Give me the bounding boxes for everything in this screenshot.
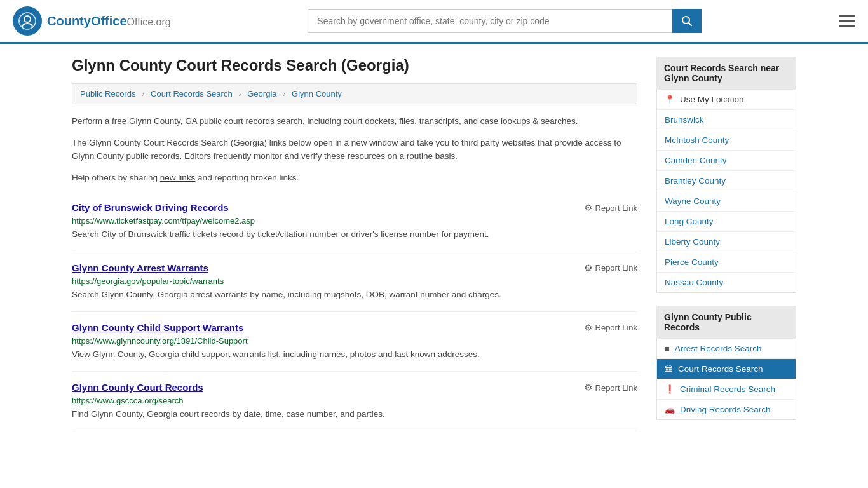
result-url: https://www.glynncounty.org/1891/Child-S… <box>72 336 637 346</box>
result-desc: Find Glynn County, Georgia court records… <box>72 408 637 421</box>
content-area: Glynn County Court Records Search (Georg… <box>72 57 637 433</box>
result-url: https://www.ticketfastpay.com/tfpay/welc… <box>72 216 637 226</box>
result-header: Glynn County Arrest Warrants ⚙ Report Li… <box>72 262 637 274</box>
breadcrumb-link-court-records[interactable]: Court Records Search <box>151 89 233 98</box>
list-item: Liberty County <box>657 232 796 252</box>
result-item: Glynn County Arrest Warrants ⚙ Report Li… <box>72 252 637 312</box>
result-desc: Search City of Brunswick traffic tickets… <box>72 228 637 241</box>
list-item: ■ Arrest Records Search <box>657 339 796 359</box>
result-url: https://georgia.gov/popular-topic/warran… <box>72 276 637 286</box>
report-link-button[interactable]: ⚙ Report Link <box>584 322 637 334</box>
list-item: 🚗 Driving Records Search <box>657 400 796 419</box>
list-item: Wayne County <box>657 191 796 212</box>
sidebar-item-brantley-county[interactable]: Brantley County <box>657 171 796 191</box>
pin-icon: 📍 <box>665 95 675 104</box>
driving-records-icon: 🚗 <box>665 405 675 414</box>
result-item: Glynn County Child Support Warrants ⚙ Re… <box>72 312 637 372</box>
search-icon <box>681 15 693 27</box>
list-item: 📍 Use My Location <box>657 90 796 110</box>
sidebar-item-arrest-records[interactable]: ■ Arrest Records Search <box>657 339 796 358</box>
logo-icon <box>13 6 42 36</box>
result-title[interactable]: Glynn County Child Support Warrants <box>72 322 243 333</box>
criminal-records-icon: ❗ <box>665 384 675 394</box>
result-header: Glynn County Court Records ⚙ Report Link <box>72 382 637 393</box>
list-item: McIntosh County <box>657 130 796 151</box>
sidebar-nearby-section: Court Records Search near Glynn County 📍… <box>656 57 796 293</box>
result-desc: View Glynn County, Georgia child support… <box>72 348 637 361</box>
report-icon: ⚙ <box>584 262 592 274</box>
sidebar-public-records-section: Glynn County Public Records ■ Arrest Rec… <box>656 306 796 420</box>
sidebar-item-long-county[interactable]: Long County <box>657 212 796 231</box>
sidebar-item-criminal-records[interactable]: ❗ Criminal Records Search <box>657 379 796 399</box>
hamburger-line <box>839 25 855 27</box>
main-container: Glynn County Court Records Search (Georg… <box>53 44 815 445</box>
arrest-records-icon: ■ <box>665 344 670 353</box>
sidebar-nearby-title: Court Records Search near Glynn County <box>656 57 796 90</box>
report-icon: ⚙ <box>584 382 592 393</box>
search-area <box>308 9 702 33</box>
logo-area: CountyOfficeOffice.org <box>13 6 171 36</box>
sidebar-public-records-list: ■ Arrest Records Search 🏛 Court Records … <box>656 339 796 420</box>
page-title: Glynn County Court Records Search (Georg… <box>72 57 637 74</box>
sidebar-item-pierce-county[interactable]: Pierce County <box>657 252 796 272</box>
result-header: City of Brunswick Driving Records ⚙ Repo… <box>72 202 637 214</box>
search-button[interactable] <box>672 9 702 33</box>
hamburger-line <box>839 20 855 22</box>
list-item: Pierce County <box>657 252 796 273</box>
sidebar-public-records-title: Glynn County Public Records <box>656 306 796 339</box>
description-para3: Help others by sharing new links and rep… <box>72 171 637 185</box>
result-item: City of Brunswick Driving Records ⚙ Repo… <box>72 192 637 252</box>
list-item: Long County <box>657 212 796 232</box>
result-title[interactable]: Glynn County Court Records <box>72 382 203 393</box>
breadcrumb-link-public-records[interactable]: Public Records <box>80 89 135 98</box>
sidebar-nearby-list: 📍 Use My Location Brunswick McIntosh Cou… <box>656 90 796 293</box>
breadcrumb: Public Records › Court Records Search › … <box>72 83 637 104</box>
sidebar: Court Records Search near Glynn County 📍… <box>656 57 796 433</box>
report-icon: ⚙ <box>584 322 592 334</box>
list-item: Nassau County <box>657 273 796 292</box>
sidebar-item-camden-county[interactable]: Camden County <box>657 151 796 170</box>
menu-button[interactable] <box>839 15 855 27</box>
sidebar-item-brunswick[interactable]: Brunswick <box>657 110 796 130</box>
description-para1: Perform a free Glynn County, GA public c… <box>72 114 637 128</box>
result-item: Glynn County Court Records ⚙ Report Link… <box>72 372 637 431</box>
list-item: Brunswick <box>657 110 796 130</box>
sidebar-item-use-location[interactable]: 📍 Use My Location <box>657 90 796 109</box>
breadcrumb-link-glynn-county[interactable]: Glynn County <box>292 89 342 98</box>
list-item: 🏛 Court Records Search <box>657 359 796 379</box>
sidebar-item-nassau-county[interactable]: Nassau County <box>657 273 796 292</box>
new-links-link[interactable]: new links <box>160 173 196 182</box>
sidebar-item-liberty-county[interactable]: Liberty County <box>657 232 796 252</box>
report-icon: ⚙ <box>584 202 592 214</box>
report-link-button[interactable]: ⚙ Report Link <box>584 382 637 393</box>
result-header: Glynn County Child Support Warrants ⚙ Re… <box>72 322 637 334</box>
sidebar-item-mcintosh-county[interactable]: McIntosh County <box>657 130 796 150</box>
page-header: CountyOfficeOffice.org <box>0 0 868 44</box>
description-para2: The Glynn County Court Records Search (G… <box>72 136 637 163</box>
result-title[interactable]: Glynn County Arrest Warrants <box>72 262 208 273</box>
search-input[interactable] <box>308 9 672 33</box>
sidebar-item-court-records[interactable]: 🏛 Court Records Search <box>657 359 796 379</box>
list-item: Camden County <box>657 151 796 171</box>
result-title[interactable]: City of Brunswick Driving Records <box>72 202 229 213</box>
report-link-button[interactable]: ⚙ Report Link <box>584 262 637 274</box>
logo-text: CountyOfficeOffice.org <box>47 14 171 29</box>
result-desc: Search Glynn County, Georgia arrest warr… <box>72 288 637 301</box>
result-url: https://www.gsccca.org/search <box>72 396 637 405</box>
list-item: Brantley County <box>657 171 796 191</box>
report-link-button[interactable]: ⚙ Report Link <box>584 202 637 214</box>
svg-line-4 <box>689 23 692 26</box>
sidebar-item-wayne-county[interactable]: Wayne County <box>657 191 796 211</box>
hamburger-line <box>839 15 855 17</box>
court-records-icon: 🏛 <box>665 364 673 374</box>
breadcrumb-link-georgia[interactable]: Georgia <box>247 89 276 98</box>
sidebar-item-driving-records[interactable]: 🚗 Driving Records Search <box>657 400 796 419</box>
list-item: ❗ Criminal Records Search <box>657 379 796 400</box>
